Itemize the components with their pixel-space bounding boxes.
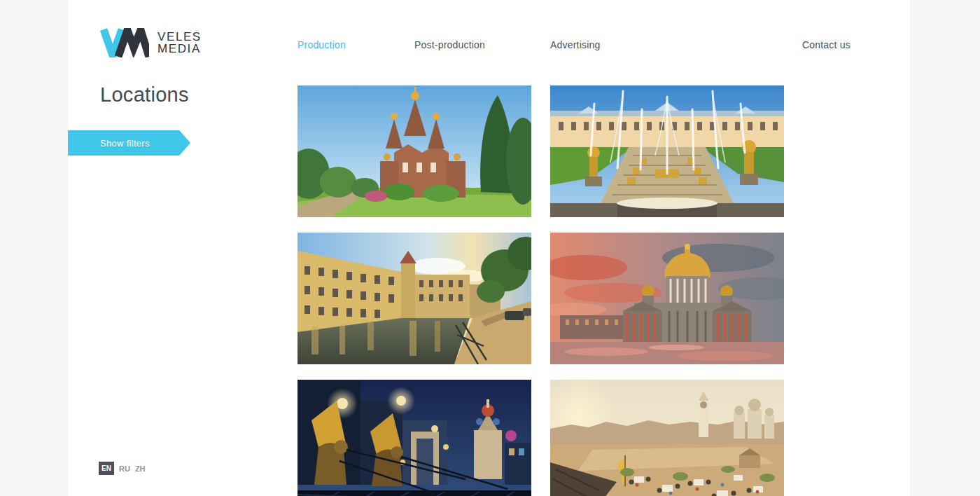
brand-name-line2: MEDIA: [158, 43, 202, 55]
language-option-zh[interactable]: ZH: [135, 464, 146, 473]
peterhof-fountains-illustration: [550, 85, 784, 217]
gallery-photo-st-isaacs-cathedral[interactable]: [550, 233, 784, 364]
nav-item-post-production[interactable]: Post-production: [414, 39, 485, 50]
language-selected[interactable]: EN: [99, 462, 114, 475]
gallery-photo-peterhof-cathedral[interactable]: [298, 85, 531, 217]
gallery-photo-rooftop-terrace[interactable]: [550, 380, 784, 496]
gallery-photo-bank-bridge-griffins[interactable]: [298, 380, 531, 496]
brand-logo[interactable]: VELES MEDIA: [100, 28, 202, 57]
page-title: Locations: [100, 83, 189, 106]
language-switcher: EN RU ZH: [99, 462, 146, 475]
gallery-photo-canal-embankment[interactable]: [298, 233, 531, 364]
brand-name: VELES MEDIA: [158, 31, 202, 55]
nav-item-contact-us[interactable]: Contact us: [802, 39, 850, 50]
show-filters-button[interactable]: Show filters: [68, 130, 190, 156]
page: VELES MEDIA Production Post-production A…: [0, 0, 980, 496]
language-option-ru[interactable]: RU: [119, 464, 130, 473]
content-area: VELES MEDIA Production Post-production A…: [68, 0, 910, 496]
bank-bridge-griffins-illustration: [298, 380, 531, 496]
peterhof-cathedral-illustration: [298, 85, 531, 217]
gallery-photo-peterhof-fountains[interactable]: [550, 85, 784, 217]
canal-embankment-illustration: [298, 233, 531, 364]
nav-item-advertising[interactable]: Advertising: [550, 39, 600, 50]
vm-logo-icon: [100, 28, 149, 57]
rooftop-terrace-illustration: [550, 380, 784, 496]
nav-item-production[interactable]: Production: [298, 39, 346, 50]
brand-name-line1: VELES: [158, 31, 202, 43]
st-isaacs-cathedral-illustration: [550, 233, 784, 364]
